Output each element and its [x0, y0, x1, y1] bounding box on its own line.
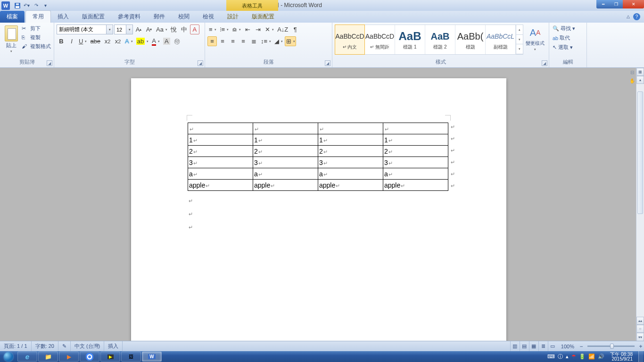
taskbar-word[interactable]: W	[142, 352, 162, 362]
volume-icon[interactable]: 🔊	[598, 354, 604, 360]
style-no-spacing[interactable]: AaBbCcD↵ 無間距	[365, 25, 395, 54]
zoom-out-button[interactable]: −	[578, 343, 585, 350]
zoom-thumb[interactable]	[610, 344, 614, 349]
phonetic-guide-button[interactable]: 悅	[169, 25, 179, 34]
tab-page-layout[interactable]: 版面配置	[75, 11, 111, 23]
bullets-button[interactable]: ≡	[207, 25, 217, 34]
minimize-ribbon-icon[interactable]: △	[627, 14, 630, 19]
shrink-font-button[interactable]: A▾	[144, 25, 154, 34]
save-icon[interactable]	[14, 2, 21, 9]
table-cell[interactable]: ↵	[253, 123, 318, 134]
outline-view-icon[interactable]: ≣	[538, 341, 548, 351]
show-desktop-button[interactable]	[638, 351, 643, 362]
enclose-character-button[interactable]: ㊞	[173, 36, 182, 46]
taskbar-media-player[interactable]: ▶	[59, 352, 79, 362]
paste-button[interactable]: 貼上 ▾	[2, 25, 20, 53]
decrease-indent-button[interactable]: ⇤	[243, 25, 252, 34]
table-cell[interactable]: 2↵	[188, 146, 253, 157]
bold-button[interactable]: B	[57, 36, 66, 46]
document-page[interactable]: ↵↵↵↵1↵1↵1↵1↵2↵2↵2↵2↵3↵3↵3↵3↵a↵a↵a↵a↵appl…	[131, 78, 506, 341]
next-page-icon[interactable]: ▾▾	[636, 333, 644, 341]
status-language[interactable]: 中文 (台灣)	[71, 341, 104, 351]
zoom-slider[interactable]	[587, 346, 635, 347]
font-launcher-icon[interactable]: ◢	[198, 60, 203, 66]
tab-table-design[interactable]: 設計	[221, 11, 245, 23]
align-right-button[interactable]: ≡	[228, 36, 238, 46]
change-case-button[interactable]: Aa	[155, 25, 168, 34]
table-cell[interactable]: 1↵	[318, 134, 383, 146]
taskbar-app2[interactable]: 🖼	[121, 352, 141, 362]
fullscreen-reading-view-icon[interactable]: ▤	[520, 341, 529, 351]
ruler-toggle-icon[interactable]: ▦	[636, 68, 644, 76]
taskbar-app1[interactable]: ▶	[100, 352, 120, 362]
table-cell[interactable]: a↵	[383, 168, 448, 180]
document-area[interactable]: ↵↵↵↵1↵1↵1↵1↵2↵2↵2↵2↵3↵3↵3↵3↵a↵a↵a↵a↵appl…	[0, 68, 636, 341]
line-spacing-button[interactable]: ↕≡	[259, 36, 272, 46]
font-size-combo[interactable]: 12▾	[114, 25, 133, 34]
start-button[interactable]	[0, 351, 17, 362]
subscript-button[interactable]: x2	[103, 36, 112, 46]
cut-button[interactable]: ✂剪下	[21, 25, 51, 33]
network-icon[interactable]: 📶	[588, 354, 595, 360]
asian-layout-button[interactable]: ✕	[264, 25, 275, 34]
table-cell[interactable]: 3↵	[253, 157, 318, 168]
table-cell[interactable]: 3↵	[318, 157, 383, 168]
increase-indent-button[interactable]: ⇥	[253, 25, 263, 34]
table-cell[interactable]: 3↵	[188, 157, 253, 168]
tab-table-layout[interactable]: 版面配置	[245, 11, 281, 23]
replace-button[interactable]: ab取代	[552, 34, 576, 42]
maximize-button[interactable]: ❐	[610, 0, 623, 8]
align-center-button[interactable]: ≡	[218, 36, 227, 46]
grow-font-button[interactable]: A▴	[134, 25, 143, 34]
distributed-button[interactable]: ≣	[249, 36, 258, 46]
character-shading-button[interactable]: A	[162, 36, 172, 46]
copy-button[interactable]: ⎘複製	[21, 33, 51, 41]
table-cell[interactable]: a↵	[253, 168, 318, 180]
scroll-up-button[interactable]: ▴	[636, 76, 644, 84]
table-cell[interactable]: ↵	[188, 123, 253, 134]
style-title[interactable]: AaBb(標題	[455, 25, 486, 54]
web-layout-view-icon[interactable]: ▦	[529, 341, 538, 351]
style-subtitle[interactable]: AaBbCcL副標題	[486, 25, 516, 54]
taskbar-clock[interactable]: 下午 08:38 2015/9/21	[607, 352, 636, 362]
table-cell[interactable]: apple↵	[188, 180, 253, 191]
status-word-count[interactable]: 字數: 20	[32, 341, 58, 351]
show-paragraph-marks-button[interactable]: ¶	[290, 25, 300, 34]
borders-button[interactable]: ⊞	[285, 36, 296, 46]
character-border-button[interactable]: 中	[180, 25, 189, 34]
draft-view-icon[interactable]: ▭	[548, 341, 557, 351]
taskbar-chrome[interactable]	[80, 352, 99, 362]
tab-mailings[interactable]: 郵件	[147, 11, 172, 23]
select-button[interactable]: ↖選取 ▾	[552, 43, 576, 51]
zoom-in-button[interactable]: +	[637, 343, 644, 350]
table-cell[interactable]: 2↵	[253, 146, 318, 157]
print-layout-view-icon[interactable]: ▥	[510, 341, 520, 351]
table-cell[interactable]: ↵	[383, 123, 448, 134]
table-cell[interactable]: ↵	[318, 123, 383, 134]
align-left-button[interactable]: ≡	[207, 36, 217, 46]
table-cell[interactable]: a↵	[188, 168, 253, 180]
hand-icon[interactable]: ✋	[628, 77, 636, 84]
scroll-thumb[interactable]	[637, 91, 643, 214]
tab-references[interactable]: 參考資料	[111, 11, 147, 23]
numbering-button[interactable]: ⁝≡	[218, 25, 230, 34]
tray-more-icon[interactable]: ▴	[566, 354, 569, 360]
text-effects-button[interactable]: A	[124, 36, 134, 46]
qat-more-icon[interactable]: ▾	[42, 2, 49, 9]
table-cell[interactable]: 1↵	[383, 134, 448, 146]
tab-insert[interactable]: 插入	[51, 11, 75, 23]
table-cell[interactable]: 1↵	[188, 134, 253, 146]
tab-file[interactable]: 檔案	[0, 11, 25, 23]
avira-icon[interactable]: ☂	[571, 354, 576, 360]
tab-review[interactable]: 校閱	[172, 11, 196, 23]
shading-button[interactable]: ◢	[273, 36, 284, 46]
gallery-more-icon[interactable]: ▾	[516, 44, 523, 54]
underline-button[interactable]: U	[77, 36, 88, 46]
close-button[interactable]: ✕	[623, 0, 644, 8]
help-icon[interactable]: ?	[633, 13, 640, 20]
clipboard-launcher-icon[interactable]: ◢	[47, 60, 52, 66]
table-cell[interactable]: 2↵	[383, 146, 448, 157]
prev-page-icon[interactable]: ▴▴	[636, 317, 644, 325]
style-normal[interactable]: AaBbCcD↵ 內文	[335, 25, 365, 55]
status-page[interactable]: 頁面: 1 / 1	[0, 341, 32, 351]
